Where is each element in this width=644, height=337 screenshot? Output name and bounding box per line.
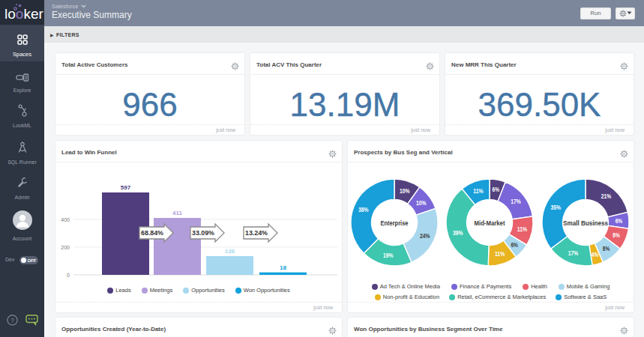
- svg-text:200: 200: [61, 245, 70, 250]
- svg-text:4%: 4%: [592, 251, 599, 258]
- svg-text:6%: 6%: [511, 241, 518, 249]
- svg-text:6%: 6%: [616, 217, 623, 225]
- svg-text:?: ?: [10, 317, 14, 324]
- svg-text:68.84%: 68.84%: [141, 229, 163, 237]
- svg-text:10%: 10%: [416, 199, 427, 207]
- svg-text:Enterprise: Enterprise: [381, 219, 409, 227]
- svg-text:10%: 10%: [400, 187, 410, 195]
- svg-text:0: 0: [67, 273, 70, 278]
- svg-text:400: 400: [61, 217, 70, 222]
- svg-text:Small Business: Small Business: [563, 219, 608, 227]
- svg-text:35%: 35%: [550, 204, 561, 211]
- svg-text:39%: 39%: [453, 229, 463, 237]
- svg-text:21%: 21%: [601, 192, 612, 200]
- svg-text:24%: 24%: [420, 232, 430, 240]
- svg-text:19%: 19%: [383, 252, 394, 259]
- svg-text:8%: 8%: [613, 231, 620, 239]
- svg-text:17%: 17%: [568, 249, 579, 257]
- svg-text:8%: 8%: [603, 245, 610, 252]
- svg-text:11%: 11%: [473, 187, 484, 195]
- svg-text:17%: 17%: [511, 198, 521, 205]
- svg-text:11%: 11%: [495, 250, 505, 258]
- svg-text:13.24%: 13.24%: [245, 229, 268, 237]
- svg-text:Mid-Market: Mid-Market: [475, 219, 506, 227]
- svg-text:6%: 6%: [493, 186, 500, 193]
- svg-text:38%: 38%: [358, 206, 369, 213]
- svg-text:11%: 11%: [517, 225, 528, 233]
- svg-text:18: 18: [280, 264, 286, 271]
- svg-text:33.09%: 33.09%: [192, 229, 214, 237]
- svg-text:411: 411: [172, 210, 182, 216]
- svg-text:136: 136: [225, 248, 235, 255]
- svg-text:597: 597: [121, 184, 131, 191]
